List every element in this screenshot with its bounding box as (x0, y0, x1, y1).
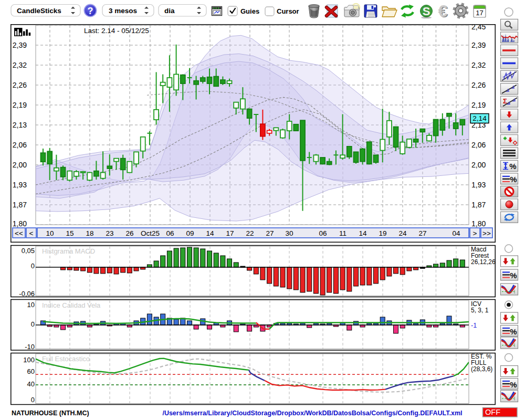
svg-text:5, 3, 1: 5, 3, 1 (471, 307, 489, 314)
svg-text:2,32: 2,32 (471, 61, 486, 69)
svg-text:2,13: 2,13 (13, 121, 27, 129)
svg-text:OFF: OFF (485, 408, 500, 416)
svg-text:S: S (423, 5, 430, 18)
svg-text:Oct25: Oct25 (141, 229, 160, 237)
svg-text:60: 60 (27, 368, 35, 375)
svg-text:27: 27 (266, 229, 274, 237)
svg-text:1,87: 1,87 (471, 201, 486, 209)
svg-text:2,00: 2,00 (13, 161, 27, 169)
svg-text:0,05: 0,05 (22, 247, 35, 255)
svg-text:Full Estocastico: Full Estocastico (42, 355, 90, 363)
svg-text:1,80: 1,80 (13, 219, 27, 228)
svg-text:2,14: 2,14 (472, 114, 487, 122)
svg-text:0: 0 (31, 320, 35, 328)
svg-text:Cursor: Cursor (277, 7, 299, 15)
svg-text:24: 24 (398, 229, 407, 237)
svg-text:%: % (510, 175, 517, 184)
svg-text:17: 17 (476, 9, 483, 17)
svg-text:2,39: 2,39 (471, 41, 486, 49)
svg-text:23: 23 (106, 229, 113, 237)
svg-text:>: > (473, 229, 477, 237)
svg-text:22: 22 (246, 229, 254, 237)
svg-text:-1: -1 (471, 322, 477, 329)
svg-text:-10: -10 (25, 343, 35, 351)
svg-text:%: % (509, 162, 516, 171)
svg-text:0: 0 (31, 262, 35, 270)
svg-text:2,06: 2,06 (471, 141, 486, 149)
svg-text:0: 0 (31, 396, 35, 404)
svg-text:3 mesos: 3 mesos (109, 7, 137, 15)
svg-text:>>: >> (482, 229, 491, 237)
svg-text:%: % (510, 327, 517, 336)
svg-text:11: 11 (339, 229, 346, 237)
svg-text:2,19: 2,19 (13, 101, 27, 109)
svg-text:100: 100 (23, 356, 35, 364)
svg-text:14: 14 (206, 229, 214, 237)
svg-text:Guies: Guies (240, 7, 259, 15)
svg-text:Indice Calidad Vela: Indice Calidad Vela (42, 301, 101, 309)
svg-text:14: 14 (359, 229, 367, 237)
svg-text:1,93: 1,93 (471, 181, 486, 189)
svg-text:1,80: 1,80 (471, 219, 486, 228)
svg-text:30: 30 (285, 229, 293, 237)
svg-text:2,06: 2,06 (13, 141, 27, 149)
svg-text:CandleSticks: CandleSticks (17, 7, 61, 15)
svg-text:2,39: 2,39 (13, 41, 27, 49)
svg-text:26: 26 (125, 229, 133, 237)
svg-text:26,12,26: 26,12,26 (471, 258, 496, 266)
svg-text:2,26: 2,26 (13, 81, 27, 89)
svg-text:/Users/mserra/Library/CloudSto: /Users/mserra/Library/CloudStorage/Dropb… (162, 410, 462, 417)
svg-text:1,87: 1,87 (13, 201, 27, 209)
svg-text:%: % (510, 380, 517, 389)
svg-text:€: € (438, 2, 448, 20)
svg-text:27: 27 (418, 229, 426, 237)
svg-text:2,26: 2,26 (471, 81, 486, 89)
svg-text:15: 15 (66, 229, 74, 237)
svg-text:19: 19 (379, 229, 386, 237)
svg-text:Histgrama MACD: Histgrama MACD (42, 247, 95, 255)
svg-text:09: 09 (186, 229, 194, 237)
svg-text:-0,06: -0,06 (19, 290, 35, 298)
svg-text:2,00: 2,00 (471, 161, 486, 169)
svg-text:04: 04 (452, 229, 460, 237)
svg-text:1,93: 1,93 (13, 181, 27, 189)
svg-text:Last: 2.14 - 05/12/25: Last: 2.14 - 05/12/25 (84, 27, 149, 35)
svg-text:06: 06 (166, 229, 174, 237)
svg-text:(28,3,6): (28,3,6) (471, 365, 492, 373)
svg-text:dia: dia (164, 7, 175, 15)
svg-text:%: % (510, 271, 517, 280)
svg-text:18: 18 (86, 229, 93, 237)
svg-text:10: 10 (27, 301, 35, 309)
svg-text:<<: << (15, 229, 23, 237)
svg-text:17: 17 (226, 229, 234, 237)
svg-text:2,32: 2,32 (13, 61, 27, 69)
svg-text:10: 10 (46, 229, 54, 237)
svg-text:06: 06 (319, 229, 327, 237)
svg-text:NATURHOUSE (NTH.MC): NATURHOUSE (NTH.MC) (12, 410, 89, 417)
svg-text:2,19: 2,19 (471, 101, 486, 109)
svg-text:<: < (29, 229, 34, 237)
svg-text:?: ? (88, 6, 93, 16)
svg-text:40: 40 (27, 380, 35, 388)
